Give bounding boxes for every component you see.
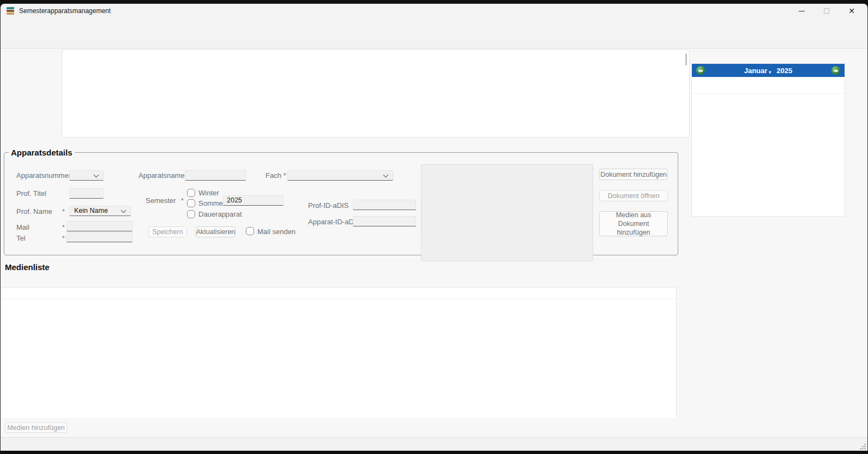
aktualisieren-button[interactable]: Aktualisieren (196, 226, 236, 237)
apparatsname-label: Apparatsname * (138, 170, 189, 181)
month-dropdown-caret: ▾ (769, 70, 771, 75)
prof-name-value: Kein Name (74, 207, 108, 214)
mail-senden-label: Mail senden (257, 228, 296, 236)
mail-field[interactable] (67, 221, 132, 231)
statusbar (1, 437, 867, 451)
prof-name-select[interactable]: Kein Name (69, 206, 131, 216)
app-icon (6, 7, 15, 15)
apparatsnummer-label: Apparatsnummer (16, 170, 71, 181)
documents-table (421, 164, 593, 261)
semester-winter-label: Winter (198, 189, 219, 198)
maximize-button[interactable] (814, 4, 839, 18)
medienliste-table (1, 287, 677, 418)
chevron-down-icon (94, 172, 99, 178)
mail-label: Mail (16, 222, 29, 232)
documents-table-header (421, 165, 593, 176)
prof-id-adis-label: Prof-ID-aDIS (308, 200, 348, 211)
calendar-header: ⬅ Januar▾ 2025 ➡ (692, 64, 845, 77)
apparat-id-adis-field[interactable] (353, 216, 416, 226)
chevron-down-icon (121, 208, 126, 213)
apparatsdetails-legend: Apparatsdetails (9, 148, 75, 157)
prof-id-adis-field[interactable] (353, 200, 416, 210)
tabbar (1, 34, 867, 49)
medien-aus-dokument-button[interactable]: Medien aus Dokument hinzufügen (599, 211, 668, 236)
mail-required-mark: * (62, 222, 65, 232)
apparatsnummer-select[interactable] (69, 170, 104, 181)
mail-senden-checkbox[interactable] (246, 227, 254, 235)
chevron-down-icon (383, 172, 389, 178)
calendar-month[interactable]: Januar (744, 67, 768, 75)
calendar-weekday-row (692, 77, 845, 94)
prof-name-required-mark: * (62, 206, 65, 217)
tel-required-mark: * (62, 233, 65, 243)
minimize-icon (799, 11, 805, 11)
calendar-title[interactable]: Januar▾ 2025 (744, 67, 793, 75)
fach-label: Fach * (266, 170, 286, 181)
calendar-year[interactable]: 2025 (776, 67, 792, 75)
close-icon: ✕ (848, 7, 855, 15)
next-month-button[interactable]: ➡ (831, 66, 840, 75)
tab-content-anlegen: ⬅ Januar▾ 2025 ➡ Apparatsdetails Apparat… (1, 49, 867, 437)
menubar (1, 18, 867, 34)
app-window: Semesterapparatsmanagement ✕ (0, 3, 868, 451)
prof-titel-label: Prof. Titel (16, 188, 46, 199)
medienliste-table-header (1, 288, 676, 299)
tel-field[interactable] (67, 232, 132, 242)
apparatsdetails-group: Apparatsdetails Apparatsnummer Apparatsn… (4, 148, 678, 255)
semester-dauerapparat-radio[interactable] (187, 210, 195, 218)
window-title: Semesterapparatsmanagement (19, 7, 111, 15)
semester-required-mark: * (181, 195, 184, 206)
dokument-oeffnen-button[interactable]: Dokument öffnen (599, 190, 668, 201)
minimize-button[interactable] (789, 4, 814, 18)
apparatsname-field[interactable] (185, 170, 246, 181)
prof-titel-field[interactable] (69, 188, 104, 199)
semester-dauerapparat-label: Dauerapparat (198, 210, 242, 219)
dokument-hinzufuegen-button[interactable]: Dokument hinzufügen (599, 169, 668, 180)
semester-label: Semester (146, 195, 176, 206)
semester-sommer-radio[interactable] (187, 199, 195, 207)
close-button[interactable]: ✕ (839, 4, 864, 18)
apparate-table (62, 49, 690, 138)
resize-grip-icon[interactable] (859, 443, 866, 450)
medienliste-title: Medienliste (5, 262, 50, 272)
previous-month-button[interactable]: ⬅ (696, 66, 705, 75)
window-controls: ✕ (789, 4, 864, 18)
tel-label: Tel (16, 233, 26, 243)
table-vertical-scrollbar[interactable] (685, 53, 687, 65)
medien-hinzufuegen-button[interactable]: Medien hinzufügen (5, 422, 67, 433)
semester-year-field[interactable]: 2025 (223, 195, 284, 206)
semester-winter-radio[interactable] (187, 189, 195, 197)
desktop-background: Semesterapparatsmanagement ✕ (0, 0, 868, 454)
speichern-button[interactable]: Speichern (148, 226, 187, 237)
titlebar: Semesterapparatsmanagement ✕ (1, 4, 867, 18)
maximize-icon (824, 8, 829, 14)
semester-sommer-label: Sommer (198, 199, 225, 208)
prof-name-label: Prof. Name (16, 206, 52, 217)
fach-select[interactable] (287, 170, 393, 181)
calendar: ⬅ Januar▾ 2025 ➡ (691, 63, 845, 217)
